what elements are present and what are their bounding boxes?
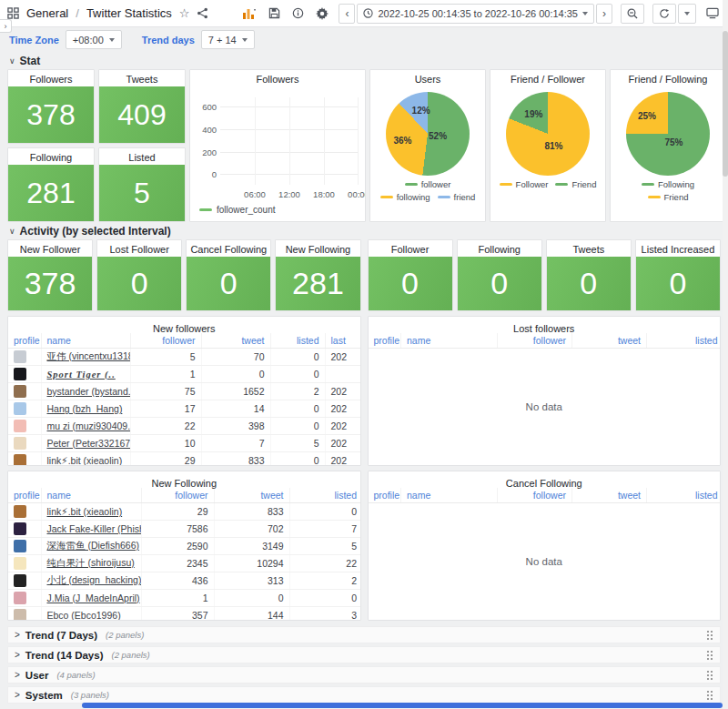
row-system[interactable]: > System (3 panels): [7, 686, 721, 704]
user-link[interactable]: Jack Fake-Killer (Phish...: [47, 523, 142, 534]
user-link[interactable]: 深海雷鱼 (Diefish666): [47, 540, 140, 551]
legend-item-follower-count[interactable]: follower_count: [199, 205, 275, 215]
avatar: [14, 350, 26, 363]
row-drag-handle[interactable]: [706, 650, 713, 660]
save-dashboard-icon[interactable]: [267, 5, 282, 21]
time-range-button[interactable]: 2022-10-25 00:14:35 to 2022-10-26 00:14:…: [357, 4, 594, 24]
row-trend-7-days[interactable]: > Trend (7 Days) (2 panels): [7, 626, 721, 643]
panel-title[interactable]: Friend / Following: [611, 70, 725, 86]
user-link[interactable]: link⚡.bit (xieaolin): [47, 455, 123, 466]
dashboard-settings-icon[interactable]: [314, 5, 330, 22]
time-range-back-button[interactable]: ‹: [339, 4, 355, 24]
star-icon[interactable]: ☆: [179, 6, 190, 20]
panel-title[interactable]: Friend / Follower: [490, 70, 605, 86]
panel-title[interactable]: New Following: [276, 240, 359, 257]
column-header-tweet[interactable]: tweet: [572, 488, 647, 503]
user-link[interactable]: 亚伟 (vincentxu1318): [47, 350, 131, 361]
time-range-forward-button[interactable]: ›: [596, 4, 612, 24]
panel-title[interactable]: Followers: [8, 70, 94, 86]
dashboard-insights-icon[interactable]: [290, 5, 306, 21]
vertical-scrollbar[interactable]: [723, 0, 728, 709]
row-header-stat[interactable]: ∨ Stat: [0, 52, 728, 69]
panel-title[interactable]: New Following: [8, 471, 360, 488]
table-row: Jack Fake-Killer (Phish... 7586 702 7: [8, 521, 361, 538]
legend-item[interactable]: following: [380, 192, 430, 202]
column-header-name[interactable]: name: [401, 488, 498, 503]
sidebar-expand-arrow[interactable]: ›: [0, 19, 12, 33]
panel-title[interactable]: New followers: [8, 317, 360, 333]
apps-grid-icon[interactable]: [7, 7, 19, 19]
variable-trend-days-value[interactable]: 7 + 14: [201, 30, 255, 49]
user-link[interactable]: Ebco (Ebco1996): [47, 610, 121, 621]
panel-title[interactable]: Lost followers: [369, 317, 721, 333]
column-header-listed[interactable]: listed: [270, 333, 325, 349]
panel-title[interactable]: Cancel Following: [187, 240, 270, 257]
row-user[interactable]: > User (4 panels): [7, 666, 721, 684]
panel-title[interactable]: Followers: [190, 70, 365, 86]
panel-title[interactable]: Listed Increased: [636, 240, 720, 257]
panel-title[interactable]: Lost Follower: [97, 240, 181, 257]
column-header-listed[interactable]: listed: [647, 333, 722, 349]
refresh-interval-button[interactable]: [678, 4, 696, 24]
user-link[interactable]: Sport Tiger (..: [47, 370, 116, 380]
share-icon[interactable]: [197, 7, 208, 19]
legend-swatch: [199, 208, 212, 211]
panel-title[interactable]: Tweets: [547, 240, 631, 257]
refresh-button[interactable]: [652, 4, 676, 24]
panel-title[interactable]: Users: [370, 70, 485, 86]
variable-timezone-label[interactable]: Time Zone: [9, 35, 59, 46]
legend-item[interactable]: Friend: [648, 192, 689, 202]
column-header-follower[interactable]: follower: [498, 333, 572, 349]
breadcrumb-folder[interactable]: General: [26, 6, 68, 20]
panel-title[interactable]: Following Increased: [458, 240, 541, 257]
column-header-listed[interactable]: listed: [647, 488, 722, 503]
legend-item[interactable]: follower: [405, 179, 451, 189]
panel-title[interactable]: Following: [8, 148, 94, 165]
panel-title[interactable]: Follower Increased: [369, 240, 452, 257]
user-link[interactable]: bystander (bystand..: [47, 386, 131, 397]
tv-kiosk-icon[interactable]: [704, 5, 721, 21]
legend-item[interactable]: Follower: [500, 179, 549, 189]
table-row: 小北 (design_hacking) 436 313 2: [8, 572, 361, 590]
user-link[interactable]: mu zi (muzi930409..: [47, 420, 131, 431]
pie-panel-friend-following: Friend / Following 75% 25% Following Fri…: [610, 69, 726, 222]
row-drag-handle[interactable]: [706, 630, 713, 640]
user-link[interactable]: J.Mia (J_MadeInApril): [47, 593, 140, 603]
add-panel-icon[interactable]: [240, 5, 258, 22]
variables-bar: Time Zone +08:00 Trend days 7 + 14: [0, 27, 728, 52]
scrollbar-thumb[interactable]: [723, 31, 728, 177]
variable-timezone-value[interactable]: +08:00: [66, 30, 122, 49]
user-link[interactable]: 小北 (design_hacking): [47, 574, 142, 585]
column-header-profile[interactable]: profile: [8, 488, 41, 503]
user-link[interactable]: link⚡.bit (xieaolin): [47, 506, 123, 517]
legend-item[interactable]: Following: [642, 179, 694, 189]
horizontal-scrollbar[interactable]: [82, 703, 723, 708]
column-header-profile[interactable]: profile: [369, 488, 401, 503]
zoom-out-time-button[interactable]: [621, 4, 644, 24]
column-header-name[interactable]: name: [401, 333, 498, 349]
panel-title[interactable]: Tweets: [99, 70, 185, 86]
panel-title[interactable]: New Follower: [8, 240, 92, 257]
user-link[interactable]: 纯白果汁 (shiroijusu): [47, 557, 135, 568]
column-header-listed[interactable]: listed: [289, 488, 361, 503]
stat-value: 0: [401, 266, 419, 301]
legend-item[interactable]: Friend: [555, 179, 596, 189]
legend-item[interactable]: friend: [438, 192, 476, 202]
column-header-name[interactable]: name: [41, 333, 130, 349]
row-drag-handle[interactable]: [706, 690, 713, 700]
variable-trend-days-label[interactable]: Trend days: [142, 35, 195, 46]
user-link[interactable]: Peter (Peter332167..: [47, 438, 131, 449]
user-link[interactable]: Hang (bzh_Hang): [47, 403, 123, 414]
column-header-last[interactable]: last: [325, 333, 361, 349]
row-trend-14-days[interactable]: > Trend (14 Days) (2 panels): [7, 646, 721, 663]
panel-title[interactable]: Listed: [99, 148, 185, 165]
column-header-name[interactable]: name: [41, 488, 141, 503]
panel-title[interactable]: Cancel Following: [369, 471, 721, 488]
column-header-follower[interactable]: follower: [130, 333, 201, 349]
column-header-tweet[interactable]: tweet: [214, 488, 289, 503]
row-drag-handle[interactable]: [706, 670, 713, 680]
column-header-profile[interactable]: profile: [8, 333, 41, 349]
column-header-tweet[interactable]: tweet: [572, 333, 647, 349]
row-header-activity[interactable]: ∨ Activity (by selected Interval): [0, 222, 728, 239]
column-header-profile[interactable]: profile: [369, 333, 401, 349]
